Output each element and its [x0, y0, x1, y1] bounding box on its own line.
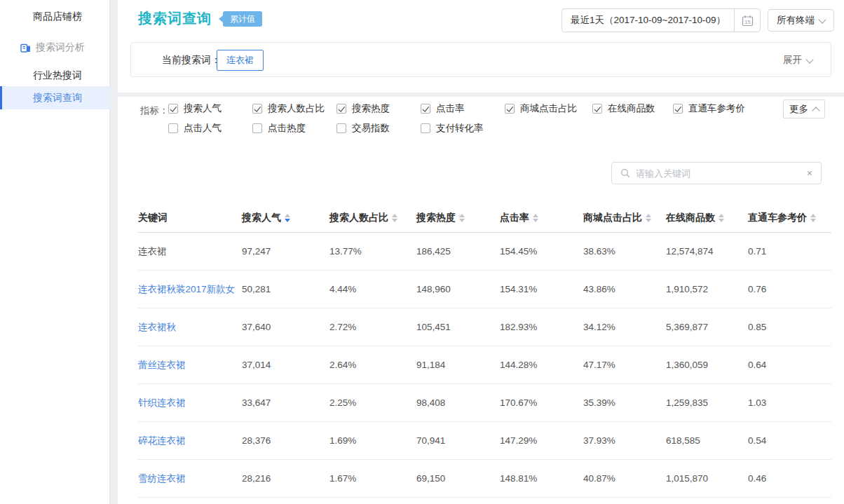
value-cell: 38.63%: [583, 246, 666, 257]
value-cell: 33,647: [242, 397, 329, 408]
value-cell: 97,247: [242, 246, 329, 257]
keyword-link[interactable]: 雪纺连衣裙: [138, 472, 242, 485]
expand-button[interactable]: 展开: [783, 54, 812, 67]
keyword-link[interactable]: 连衣裙秋: [138, 321, 242, 334]
svg-text:15: 15: [744, 19, 750, 25]
value-cell: 144.28%: [500, 360, 583, 370]
value-cell: 148,960: [416, 284, 500, 294]
date-range-picker[interactable]: 最近1天（2017-10-09~2017-10-09） 15: [561, 8, 761, 32]
checkbox-icon[interactable]: [336, 104, 346, 114]
value-cell: 50,281: [242, 284, 329, 294]
chevron-up-icon: [812, 107, 819, 114]
value-cell: 0.85: [748, 322, 831, 332]
checkbox-icon[interactable]: [336, 123, 346, 133]
value-cell: 105,451: [416, 322, 500, 332]
value-cell: 0.54: [748, 435, 831, 446]
table-row: 连衣裙秋装2017新款女 50,281 4.44% 148,960 154.31…: [138, 271, 831, 308]
indicator-click-popularity[interactable]: 点击人气: [168, 122, 222, 135]
col-search-popularity[interactable]: 搜索人气: [242, 212, 329, 224]
sort-icon[interactable]: [719, 214, 724, 222]
indicator-transaction-index[interactable]: 交易指数: [336, 122, 390, 135]
checkbox-icon[interactable]: [421, 123, 430, 133]
value-cell: 1,360,059: [666, 360, 748, 370]
checkbox-icon[interactable]: [592, 104, 602, 114]
indicator-search-heat[interactable]: 搜索热度: [336, 102, 390, 115]
value-cell: 69,150: [416, 473, 500, 484]
value-cell: 2.72%: [329, 322, 416, 332]
checkbox-icon[interactable]: [252, 104, 262, 114]
top-bar: 搜索词查询 累计值 最近1天（2017-10-09~2017-10-09） 15…: [118, 0, 844, 93]
sort-icon[interactable]: [810, 214, 816, 222]
expand-label: 展开: [783, 54, 802, 67]
keyword-search-input[interactable]: [630, 168, 807, 179]
checkbox-icon[interactable]: [168, 123, 178, 133]
calendar-icon: 15: [742, 15, 754, 27]
value-cell: 154.31%: [500, 284, 583, 294]
indicator-search-popularity[interactable]: 搜索人气: [168, 102, 222, 115]
value-cell: 47.17%: [583, 360, 666, 370]
value-cell: 1,910,572: [666, 284, 748, 294]
indicator-payment-conversion[interactable]: 支付转化率: [421, 122, 484, 135]
value-cell: 186,425: [416, 246, 500, 257]
checkbox-icon[interactable]: [673, 104, 683, 114]
sidebar-item-industry-hot-words[interactable]: 行业热搜词: [0, 66, 110, 86]
more-button[interactable]: 更多: [783, 100, 825, 118]
main-panel: 指标： 搜索人气 搜索人数占比 搜索热度 点击率 商城点击占比 在线商品数 直通…: [118, 97, 844, 504]
value-cell: 40.87%: [583, 473, 666, 484]
indicator-online-products[interactable]: 在线商品数: [592, 102, 655, 115]
col-mall-click-ratio[interactable]: 商城点击占比: [583, 212, 666, 224]
keyword-link[interactable]: 连衣裙秋装2017新款女: [138, 283, 242, 296]
indicators-label: 指标：: [140, 104, 169, 117]
col-online-products[interactable]: 在线商品数: [666, 212, 748, 224]
keyword-link[interactable]: 蕾丝连衣裙: [138, 359, 242, 372]
sidebar-item-label: 商品店铺榜: [33, 11, 82, 23]
indicator-ctr[interactable]: 点击率: [421, 102, 465, 115]
sort-icon[interactable]: [646, 214, 651, 222]
current-search-word-label: 当前搜索词：: [162, 54, 221, 67]
indicator-mall-click-ratio[interactable]: 商城点击占比: [505, 102, 577, 115]
checkbox-icon[interactable]: [252, 123, 262, 133]
keyword-link[interactable]: 针织连衣裙: [138, 397, 242, 409]
value-cell: 0.64: [748, 360, 831, 370]
value-cell: 37,014: [242, 360, 329, 370]
sidebar-group-label: 搜索词分析: [36, 41, 85, 54]
indicator-label: 商城点击占比: [520, 102, 577, 115]
sidebar-item-product-shop-rank[interactable]: 商品店铺榜: [0, 7, 110, 27]
calendar-button[interactable]: 15: [734, 9, 760, 32]
col-search-heat[interactable]: 搜索热度: [416, 212, 500, 224]
value-cell: 28,216: [242, 473, 329, 484]
sort-icon[interactable]: [392, 214, 397, 222]
col-searcher-ratio[interactable]: 搜索人数占比: [329, 212, 416, 224]
indicator-click-heat[interactable]: 点击热度: [252, 122, 306, 135]
terminal-dropdown[interactable]: 所有终端: [768, 9, 834, 32]
search-icon: [620, 168, 630, 178]
keyword-link[interactable]: 碎花连衣裙: [138, 435, 242, 447]
value-cell: 170.67%: [500, 397, 583, 408]
indicator-ztc-price[interactable]: 直通车参考价: [673, 102, 745, 115]
sort-icon[interactable]: [533, 214, 538, 222]
value-cell: 4.44%: [329, 284, 416, 294]
checkbox-icon[interactable]: [421, 104, 430, 114]
sort-icon[interactable]: [459, 214, 465, 222]
indicator-label: 在线商品数: [608, 102, 655, 115]
checkbox-icon[interactable]: [505, 104, 515, 114]
sort-icon[interactable]: [285, 214, 290, 222]
sidebar-item-label: 行业热搜词: [33, 69, 82, 82]
col-ctr[interactable]: 点击率: [500, 212, 583, 224]
value-cell: 28,376: [242, 435, 329, 446]
current-keyword-tag[interactable]: 连衣裙: [217, 50, 264, 71]
value-cell: 91,184: [416, 360, 500, 370]
indicator-label: 搜索人气: [184, 102, 222, 115]
value-cell: 1,015,870: [666, 473, 748, 484]
sidebar-item-search-word-query[interactable]: 搜索词查询: [0, 86, 110, 109]
clear-icon[interactable]: ×: [807, 168, 812, 178]
table-row: 连衣裙秋 37,640 2.72% 105,451 182.93% 34.12%…: [138, 308, 831, 346]
checkbox-icon[interactable]: [168, 104, 178, 114]
indicator-label: 点击热度: [268, 122, 306, 135]
date-range-text: 最近1天（2017-10-09~2017-10-09）: [562, 9, 734, 32]
sidebar-group-search-word-analysis[interactable]: 搜索词分析: [0, 38, 110, 57]
table-row: 针织连衣裙 33,647 2.25% 98,408 170.67% 35.39%…: [138, 384, 831, 422]
value-cell: 147.29%: [500, 435, 583, 446]
col-ztc-price[interactable]: 直通车参考价: [748, 212, 831, 224]
indicator-searcher-ratio[interactable]: 搜索人数占比: [252, 102, 325, 115]
